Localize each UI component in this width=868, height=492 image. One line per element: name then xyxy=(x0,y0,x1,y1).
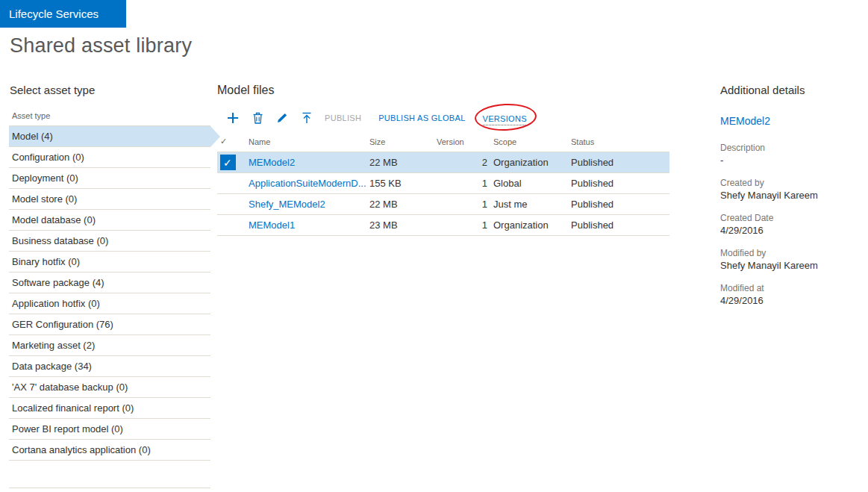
file-scope: Organization xyxy=(490,215,568,236)
file-size: 23 MB xyxy=(366,215,434,236)
delete-button[interactable] xyxy=(251,111,264,125)
asset-type-item[interactable]: Model store (0) xyxy=(9,189,210,210)
row-checkbox[interactable] xyxy=(220,175,236,191)
detail-field-value: Shefy Manayil Kareem xyxy=(720,190,862,201)
asset-type-item[interactable]: Application hotfix (0) xyxy=(9,293,210,314)
detail-field-label: Modified at xyxy=(720,283,862,293)
details-asset-name-link[interactable]: MEModel2 xyxy=(720,115,770,127)
file-name-link[interactable]: ApplicationSuiteModernD... xyxy=(249,178,366,189)
asset-type-item-label: Data package (34) xyxy=(12,361,92,372)
asset-type-item-label: Software package (4) xyxy=(12,277,104,288)
file-size: 22 MB xyxy=(366,194,434,215)
detail-field-value: 4/29/2016 xyxy=(720,295,862,306)
model-files-table-body: MEModel2 22 MB 2 Organization Published … xyxy=(217,152,669,236)
row-checkbox[interactable] xyxy=(220,217,236,233)
detail-field-value: Shefy Manayil Kareem xyxy=(720,260,862,271)
asset-type-item-label: Model store (0) xyxy=(12,193,77,205)
main-title: Model files xyxy=(217,84,669,97)
asset-type-item-label: GER Configuration (76) xyxy=(12,319,113,330)
asset-type-item[interactable]: Model (4) xyxy=(9,126,210,147)
publish-button[interactable]: PUBLISH xyxy=(325,113,361,122)
asset-type-item-label: Application hotfix (0) xyxy=(12,298,100,309)
detail-field: Description - xyxy=(720,143,862,166)
detail-field-label: Created by xyxy=(720,178,862,188)
asset-type-list: Model (4) Configuration (0) Deployment (… xyxy=(9,126,210,488)
file-name-link[interactable]: MEModel1 xyxy=(249,219,295,231)
detail-field: Created Date 4/29/2016 xyxy=(720,213,862,236)
detail-field: Modified by Shefy Manayil Kareem xyxy=(720,248,862,271)
asset-type-item[interactable]: Cortana analytics application (0) xyxy=(9,440,210,461)
asset-type-column-header: Asset type xyxy=(9,107,210,126)
edit-button[interactable] xyxy=(275,111,289,125)
file-status: Published xyxy=(568,194,669,215)
column-header-status: Status xyxy=(568,133,669,152)
versions-button-wrap: VERSIONS xyxy=(483,111,527,125)
file-version: 1 xyxy=(434,173,490,194)
plus-icon xyxy=(227,112,239,124)
top-bar: Lifecycle Services xyxy=(0,0,868,28)
asset-type-item[interactable]: Deployment (0) xyxy=(9,168,210,189)
asset-type-item[interactable]: Configuration (0) xyxy=(9,147,210,168)
file-size: 22 MB xyxy=(366,152,434,173)
asset-type-item[interactable]: Model database (0) xyxy=(9,210,210,231)
asset-type-item-label: Binary hotfix (0) xyxy=(12,256,80,267)
column-header-scope: Scope xyxy=(490,133,568,152)
asset-type-item[interactable]: GER Configuration (76) xyxy=(9,314,210,335)
asset-type-item-label: 'AX 7' database backup (0) xyxy=(12,382,128,393)
row-checkbox[interactable] xyxy=(220,155,236,170)
column-header-size: Size xyxy=(366,133,434,152)
asset-type-item[interactable]: Software package (4) xyxy=(9,273,210,293)
asset-type-item-label: Configuration (0) xyxy=(12,152,84,163)
file-version: 1 xyxy=(434,194,490,215)
publish-as-global-button[interactable]: PUBLISH AS GLOBAL xyxy=(378,113,465,122)
file-status: Published xyxy=(568,215,669,236)
file-status: Published xyxy=(568,152,669,173)
table-row[interactable]: Shefy_MEModel2 22 MB 1 Just me Published xyxy=(217,194,669,215)
details-fields: Description - Created by Shefy Manayil K… xyxy=(720,143,862,306)
detail-field-value: - xyxy=(720,155,862,166)
asset-type-item-label: Localized finanical report (0) xyxy=(12,402,134,414)
file-name-link[interactable]: Shefy_MEModel2 xyxy=(249,199,325,210)
asset-type-item[interactable]: Localized finanical report (0) xyxy=(9,398,210,419)
versions-button[interactable]: VERSIONS xyxy=(483,114,527,125)
app-brand[interactable]: Lifecycle Services xyxy=(0,0,126,28)
table-header-row: ✓ Name Size Version Scope Status xyxy=(217,133,669,152)
file-version: 2 xyxy=(434,152,490,173)
asset-type-item[interactable]: Binary hotfix (0) xyxy=(9,252,210,273)
detail-field-label: Modified by xyxy=(720,248,862,258)
asset-type-item[interactable]: Business database (0) xyxy=(9,231,210,252)
detail-field: Created by Shefy Manayil Kareem xyxy=(720,178,862,201)
details-title: Additional details xyxy=(720,84,862,96)
asset-type-item[interactable]: Data package (34) xyxy=(9,356,210,377)
asset-type-item[interactable]: Power BI report model (0) xyxy=(9,419,210,440)
table-row[interactable]: MEModel2 22 MB 2 Organization Published xyxy=(217,152,669,173)
trash-icon xyxy=(252,112,263,124)
details-panel: Additional details MEModel2 Description … xyxy=(720,84,862,318)
model-files-panel: Model files xyxy=(217,84,669,236)
file-size: 155 KB xyxy=(366,173,434,194)
asset-type-item-label: Marketing asset (2) xyxy=(12,340,95,351)
file-scope: Global xyxy=(490,173,568,194)
file-status: Published xyxy=(568,173,669,194)
asset-type-panel: Select asset type Asset type Model (4) C… xyxy=(9,84,210,488)
table-row[interactable]: MEModel1 23 MB 1 Organization Published xyxy=(217,215,669,236)
file-version: 1 xyxy=(434,215,490,236)
column-header-name: Name xyxy=(246,133,366,152)
upload-icon xyxy=(301,112,313,124)
select-all-check-icon[interactable]: ✓ xyxy=(220,137,227,146)
toolbar: PUBLISH PUBLISH AS GLOBAL VERSIONS xyxy=(217,105,669,131)
file-name-link[interactable]: MEModel2 xyxy=(249,157,295,168)
detail-field-value: 4/29/2016 xyxy=(720,225,862,236)
model-files-table: ✓ Name Size Version Scope Status MEModel… xyxy=(217,133,669,236)
table-row[interactable]: ApplicationSuiteModernD... 155 KB 1 Glob… xyxy=(217,173,669,194)
asset-type-item[interactable]: Marketing asset (2) xyxy=(9,335,210,356)
asset-type-item-label: Power BI report model (0) xyxy=(12,423,123,435)
asset-type-item[interactable]: 'AX 7' database backup (0) xyxy=(9,377,210,398)
upload-button[interactable] xyxy=(300,111,313,125)
column-header-version: Version xyxy=(434,133,490,152)
detail-field-label: Description xyxy=(720,143,862,153)
file-scope: Just me xyxy=(490,194,568,215)
asset-type-item-label: Model (4) xyxy=(12,131,53,142)
add-button[interactable] xyxy=(226,111,240,125)
row-checkbox[interactable] xyxy=(220,196,236,212)
